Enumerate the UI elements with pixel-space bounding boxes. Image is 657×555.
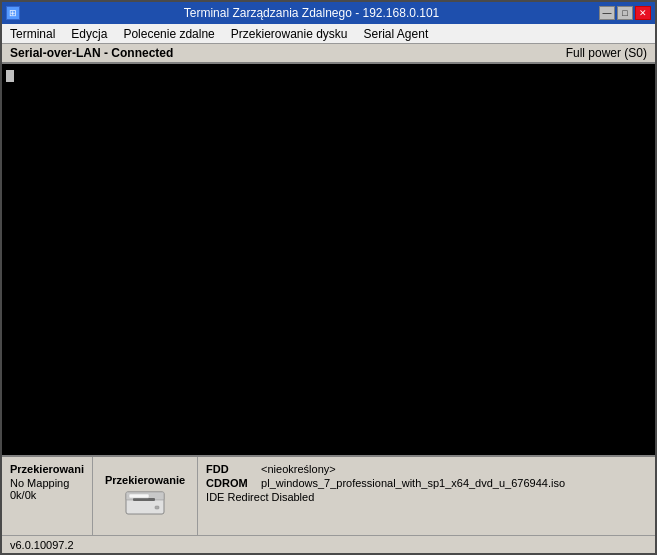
menu-polecenie-zdalne[interactable]: Polecenie zdalne: [115, 24, 222, 43]
window-controls: — □ ✕: [599, 6, 651, 20]
fdd-row: FDD <nieokreślony>: [206, 463, 647, 475]
disk-drive-icon: [125, 488, 165, 518]
menu-serial-agent[interactable]: Serial Agent: [356, 24, 437, 43]
menu-edycja[interactable]: Edycja: [63, 24, 115, 43]
svg-rect-4: [129, 494, 149, 498]
bottom-status-bar: Przekierowani No Mapping 0k/0k Przekiero…: [2, 455, 655, 535]
menu-bar: Terminal Edycja Polecenie zdalne Przekie…: [2, 24, 655, 44]
maximize-button[interactable]: □: [617, 6, 633, 20]
power-status: Full power (S0): [566, 46, 647, 60]
terminal-cursor: [6, 70, 14, 82]
cdrom-row: CDROM pl_windows_7_professional_with_sp1…: [206, 477, 647, 489]
title-bar: ⊞ Terminal Zarządzania Zdalnego - 192.16…: [2, 2, 655, 24]
fdd-value: <nieokreślony>: [261, 463, 336, 475]
svg-rect-2: [133, 498, 155, 501]
connection-status-bar: Serial-over-LAN - Connected Full power (…: [2, 44, 655, 64]
svg-rect-3: [155, 506, 159, 509]
redirect-section: Przekierowani No Mapping 0k/0k: [2, 457, 93, 535]
connection-status: Serial-over-LAN - Connected: [10, 46, 173, 60]
cdrom-label: CDROM: [206, 477, 261, 489]
redirect-label: Przekierowani: [10, 463, 84, 475]
version-label: v6.0.10097.2: [10, 539, 74, 551]
ide-redirect-row: IDE Redirect Disabled: [206, 491, 647, 503]
menu-przekierowanie-dysku[interactable]: Przekierowanie dysku: [223, 24, 356, 43]
minimize-button[interactable]: —: [599, 6, 615, 20]
terminal-area[interactable]: [2, 64, 655, 455]
drive-info-section: FDD <nieokreślony> CDROM pl_windows_7_pr…: [198, 457, 655, 535]
close-button[interactable]: ✕: [635, 6, 651, 20]
ide-redirect-status: IDE Redirect Disabled: [206, 491, 314, 503]
transfer-rate: 0k/0k: [10, 489, 84, 501]
app-icon: ⊞: [6, 6, 20, 20]
disk-icon-section: Przekierowanie: [93, 457, 198, 535]
main-window: ⊞ Terminal Zarządzania Zdalnego - 192.16…: [0, 0, 657, 555]
version-bar: v6.0.10097.2: [2, 535, 655, 553]
fdd-label: FDD: [206, 463, 261, 475]
no-mapping: No Mapping: [10, 477, 84, 489]
menu-terminal[interactable]: Terminal: [2, 24, 63, 43]
window-title: Terminal Zarządzania Zdalnego - 192.168.…: [24, 6, 599, 20]
cdrom-value: pl_windows_7_professional_with_sp1_x64_d…: [261, 477, 565, 489]
disk-section-label: Przekierowanie: [105, 474, 185, 486]
